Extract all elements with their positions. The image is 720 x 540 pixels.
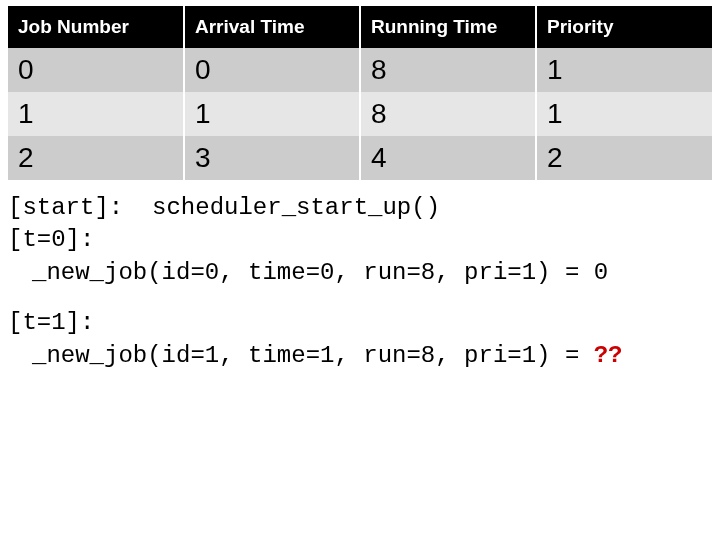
log-block-1: [start]: scheduler_start_up() [t=0]: _ne… bbox=[8, 192, 712, 289]
col-job-number: Job Number bbox=[8, 6, 184, 48]
col-arrival-time: Arrival Time bbox=[184, 6, 360, 48]
cell-run: 8 bbox=[360, 48, 536, 92]
cell-arrival: 1 bbox=[184, 92, 360, 136]
table-row: 0 0 8 1 bbox=[8, 48, 712, 92]
cell-arrival: 0 bbox=[184, 48, 360, 92]
log-block-2: [t=1]: _new_job(id=1, time=1, run=8, pri… bbox=[8, 307, 712, 372]
log-line-newjob0: _new_job(id=0, time=0, run=8, pri=1) = 0 bbox=[8, 257, 712, 289]
log-line-newjob1-text: _new_job(id=1, time=1, run=8, pri=1) = bbox=[32, 342, 594, 369]
jobs-table: Job Number Arrival Time Running Time Pri… bbox=[8, 6, 712, 180]
log-line-t0: [t=0]: bbox=[8, 224, 712, 256]
table-row: 2 3 4 2 bbox=[8, 136, 712, 180]
cell-job: 0 bbox=[8, 48, 184, 92]
cell-pri: 1 bbox=[536, 92, 712, 136]
col-priority: Priority bbox=[536, 6, 712, 48]
table-row: 1 1 8 1 bbox=[8, 92, 712, 136]
log-line-t1: [t=1]: bbox=[8, 307, 712, 339]
col-running-time: Running Time bbox=[360, 6, 536, 48]
log-line-newjob1: _new_job(id=1, time=1, run=8, pri=1) = ?… bbox=[8, 340, 712, 372]
cell-pri: 1 bbox=[536, 48, 712, 92]
log-output: [start]: scheduler_start_up() [t=0]: _ne… bbox=[8, 192, 712, 372]
cell-job: 2 bbox=[8, 136, 184, 180]
table-header-row: Job Number Arrival Time Running Time Pri… bbox=[8, 6, 712, 48]
cell-run: 4 bbox=[360, 136, 536, 180]
cell-run: 8 bbox=[360, 92, 536, 136]
cell-job: 1 bbox=[8, 92, 184, 136]
log-line-start: [start]: scheduler_start_up() bbox=[8, 192, 712, 224]
cell-pri: 2 bbox=[536, 136, 712, 180]
unknown-result: ?? bbox=[594, 342, 623, 369]
cell-arrival: 3 bbox=[184, 136, 360, 180]
